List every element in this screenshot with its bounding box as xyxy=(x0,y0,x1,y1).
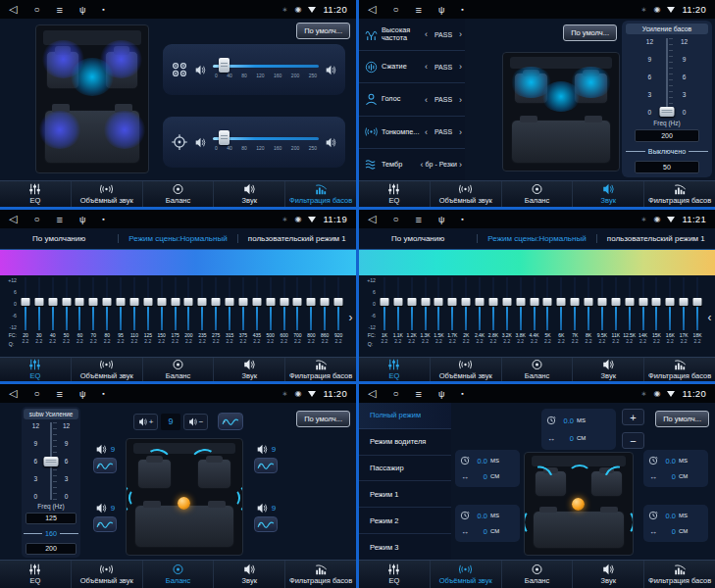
eq-band-slider[interactable]: 15K 2.2 xyxy=(650,277,664,357)
band-track[interactable] xyxy=(256,277,258,330)
bass-boost-slider[interactable]: 129630 129630 xyxy=(626,34,708,118)
eq-band-slider[interactable]: 20 2.2 xyxy=(19,277,32,357)
band-knob[interactable] xyxy=(62,298,71,306)
freq-option-selected[interactable]: Выключено xyxy=(626,145,708,158)
subwoofer-slider[interactable]: 129630 129630 xyxy=(24,419,78,501)
eq-band-slider[interactable]: 60 2.2 xyxy=(74,277,87,357)
tab-bass-filter[interactable]: Фильтрация басов xyxy=(643,561,715,588)
front-right-wave-button[interactable] xyxy=(254,458,278,473)
eq-band-slider[interactable]: 7K 2.2 xyxy=(568,277,582,357)
band-knob[interactable] xyxy=(252,298,261,306)
eq-band-slider[interactable]: 500 2.2 xyxy=(264,277,278,357)
tab-sound[interactable]: Звук xyxy=(213,561,284,588)
tab-eq[interactable]: EQ xyxy=(359,358,430,381)
band-knob[interactable] xyxy=(462,298,471,306)
band-track[interactable] xyxy=(324,277,326,330)
front-right-delay-card[interactable]: 0.0MS ↔0CM xyxy=(643,450,708,487)
back-icon[interactable]: ◁ xyxy=(368,387,376,400)
band-track[interactable] xyxy=(601,277,603,330)
tab-eq[interactable]: EQ xyxy=(0,561,71,588)
band-knob[interactable] xyxy=(611,298,620,306)
eq-band-slider[interactable]: 6K 2.2 xyxy=(554,277,568,357)
band-knob[interactable] xyxy=(143,298,152,306)
band-track[interactable] xyxy=(120,277,122,330)
mode-full[interactable]: Полный режим xyxy=(359,403,451,429)
fade-minus-button[interactable]: − xyxy=(183,414,208,430)
band-track[interactable] xyxy=(283,277,285,330)
band-knob[interactable] xyxy=(307,298,316,306)
eq-band-slider[interactable]: 30 2.2 xyxy=(32,277,46,357)
mode-1[interactable]: Режим 1 xyxy=(359,481,451,508)
next-option[interactable]: › xyxy=(459,127,462,137)
band-knob[interactable] xyxy=(157,298,166,306)
tab-bass-filter[interactable]: Фильтрация басов xyxy=(643,181,715,207)
mode-3[interactable]: Режим 3 xyxy=(359,534,451,560)
band-track[interactable] xyxy=(106,277,108,330)
band-track[interactable] xyxy=(696,277,698,330)
home-icon[interactable]: ○ xyxy=(392,388,398,399)
band-track[interactable] xyxy=(337,277,339,330)
eq-band-slider[interactable]: 1K 2.2 xyxy=(378,277,391,357)
eq-band-slider[interactable]: 80 2.2 xyxy=(100,277,114,357)
listening-position-marker[interactable] xyxy=(572,498,585,511)
band-knob[interactable] xyxy=(597,298,606,306)
next-option[interactable]: › xyxy=(459,95,462,105)
mode-passenger[interactable]: Пассажир xyxy=(359,456,451,482)
decrease-delay-button[interactable]: − xyxy=(622,432,644,449)
eq-band-slider[interactable]: 435 2.2 xyxy=(250,277,264,357)
band-track[interactable] xyxy=(25,277,26,330)
menu-item-loudness[interactable]: Тонкомпе... ‹PASS› xyxy=(359,117,465,149)
slider-track[interactable] xyxy=(666,38,668,116)
eq-band-slider[interactable]: 1.3K 2.2 xyxy=(419,277,433,357)
band-knob[interactable] xyxy=(103,298,112,306)
mode-2[interactable]: Режим 2 xyxy=(359,508,451,534)
band-knob[interactable] xyxy=(680,298,689,306)
mode-driver[interactable]: Режим водителя xyxy=(359,429,451,456)
band-track[interactable] xyxy=(574,277,576,330)
home-icon[interactable]: ○ xyxy=(33,4,39,15)
band-track[interactable] xyxy=(66,277,68,330)
eq-band-slider[interactable]: 1.5K 2.2 xyxy=(433,277,446,357)
menu-item-compression[interactable]: Сжатие ‹PASS› xyxy=(359,51,465,83)
band-track[interactable] xyxy=(492,277,494,330)
band-track[interactable] xyxy=(465,277,467,330)
fade-plus-button[interactable]: + xyxy=(133,414,158,430)
band-knob[interactable] xyxy=(625,298,634,306)
band-track[interactable] xyxy=(683,277,685,330)
band-track[interactable] xyxy=(296,277,298,330)
eq-band-slider[interactable]: 150 2.2 xyxy=(155,277,169,357)
recents-icon[interactable]: ≡ xyxy=(57,4,63,16)
home-icon[interactable]: ○ xyxy=(392,214,398,224)
band-track[interactable] xyxy=(229,277,230,330)
band-track[interactable] xyxy=(451,277,453,330)
band-knob[interactable] xyxy=(76,298,84,306)
band-knob[interactable] xyxy=(117,298,126,306)
tab-sound[interactable]: Звук xyxy=(572,358,643,381)
default-button[interactable]: По умолч... xyxy=(655,411,709,427)
tab-bass-filter[interactable]: Фильтрация басов xyxy=(643,358,715,381)
band-knob[interactable] xyxy=(266,298,275,306)
tab-eq[interactable]: EQ xyxy=(0,358,71,381)
prev-option[interactable]: ‹ xyxy=(425,62,428,72)
eq-band-slider[interactable]: 2.8K 2.2 xyxy=(486,277,500,357)
eq-band-slider[interactable]: 9.5K 2.2 xyxy=(595,277,609,357)
front-left-delay-card[interactable]: 0.0MS ↔0CM xyxy=(455,450,520,487)
front-filter-slider[interactable]: 04080120160200250 xyxy=(213,56,319,89)
band-knob[interactable] xyxy=(393,298,402,306)
eq-band-slider[interactable]: 5K 2.2 xyxy=(541,277,555,357)
freq-option-selected[interactable]: 160 xyxy=(24,527,78,540)
eq-band-slider[interactable]: 1.1K 2.2 xyxy=(391,277,405,357)
tab-surround[interactable]: Объёмный звук xyxy=(430,358,501,381)
prev-page-chevron[interactable]: ‹ xyxy=(704,277,715,357)
tab-balance[interactable]: Баланс xyxy=(142,358,214,381)
band-track[interactable] xyxy=(187,277,189,330)
eq-band-slider[interactable]: 17K 2.2 xyxy=(677,277,690,357)
back-icon[interactable]: ◁ xyxy=(9,213,17,225)
default-button[interactable]: По умолч... xyxy=(296,411,350,427)
menu-item-voice[interactable]: Голос ‹PASS› xyxy=(359,83,465,116)
band-knob[interactable] xyxy=(543,298,552,306)
band-knob[interactable] xyxy=(407,298,416,306)
band-knob[interactable] xyxy=(34,298,43,306)
tab-sound[interactable]: Звук xyxy=(572,561,643,588)
eq-band-slider[interactable]: 18K 2.2 xyxy=(690,277,704,357)
